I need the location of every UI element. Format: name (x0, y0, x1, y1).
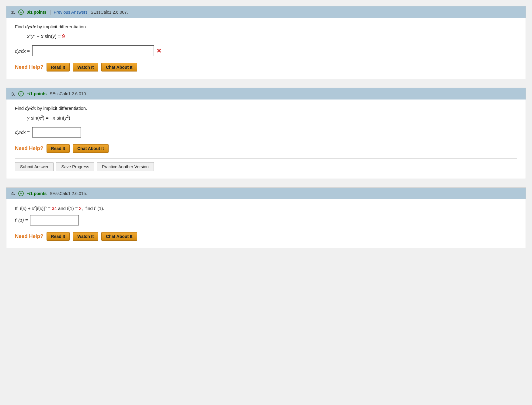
problem-2-watch-it-btn[interactable]: Watch It (73, 63, 98, 72)
plus-icon-4: + (18, 191, 24, 196)
problem-4-need-help-label: Need Help? (15, 233, 43, 239)
problem-2-input[interactable] (32, 45, 154, 56)
problem-3-header: 3. + −/1 points SEssCalc1 2.6.010. (6, 88, 526, 100)
problem-3-submit-btn[interactable]: Submit Answer (15, 162, 54, 171)
problem-2-header: 2. + 0/1 points | Previous Answers SEssC… (6, 6, 526, 18)
problem-2-equation: x2y2 + x sin(y) = 9 (27, 33, 517, 39)
problem-2-number: 2. (11, 10, 15, 15)
problem-3-answer-row: dy/dx = (15, 127, 517, 138)
problem-3-instruction: Find dy/dx by implicit differentiation. (15, 106, 517, 111)
problem-4: 4. + −/1 points SEssCalc1 2.6.015. If f(… (6, 187, 526, 248)
problem-3-chat-about-btn[interactable]: Chat About It (73, 144, 108, 153)
problem-3-read-it-btn[interactable]: Read It (47, 144, 70, 153)
problem-3-points: −/1 points (27, 91, 47, 96)
problem-3: 3. + −/1 points SEssCalc1 2.6.010. Find … (6, 88, 526, 179)
problem-2-instruction: Find dy/dx by implicit differentiation. (15, 24, 517, 29)
problem-4-id: SEssCalc1 2.6.015. (50, 191, 87, 196)
problem-4-input[interactable] (30, 215, 79, 225)
problem-3-id: SEssCalc1 2.6.010. (50, 91, 87, 96)
problem-2-points: 0/1 points (27, 10, 47, 15)
problem-4-answer-row: f ′(1) = (15, 215, 517, 225)
problem-4-answer-label: f ′(1) = (15, 218, 28, 223)
problem-3-equation: y sin(x2) = −x sin(y2) (27, 115, 517, 121)
problem-3-answer-label: dy/dx = (15, 130, 30, 135)
problem-2-read-it-btn[interactable]: Read It (47, 63, 70, 72)
problem-4-instruction: If f(x) + x2[f(x)]5 = 34 and f(1) = 2, f… (15, 205, 517, 211)
problem-2-answer-row: dy/dx = ✕ (15, 45, 517, 56)
problem-3-practice-btn[interactable]: Practice Another Version (97, 162, 154, 171)
problem-4-watch-it-btn[interactable]: Watch It (73, 232, 98, 241)
problem-2-id: SEssCalc1 2.6.007. (91, 10, 128, 15)
problem-3-need-help-label: Need Help? (15, 145, 43, 152)
problem-2: 2. + 0/1 points | Previous Answers SEssC… (6, 6, 526, 79)
problem-3-number: 3. (11, 91, 15, 96)
plus-icon-3: + (18, 91, 24, 96)
problem-2-chat-about-btn[interactable]: Chat About It (101, 63, 137, 72)
problem-4-number: 4. (11, 191, 15, 196)
problem-4-header: 4. + −/1 points SEssCalc1 2.6.015. (6, 188, 526, 199)
problem-3-action-buttons: Submit Answer Save Progress Practice Ano… (15, 158, 517, 171)
problem-4-need-help: Need Help? Read It Watch It Chat About I… (15, 232, 517, 241)
problem-3-input[interactable] (32, 127, 81, 138)
problem-3-need-help: Need Help? Read It Chat About It (15, 144, 517, 153)
problem-2-x-mark: ✕ (156, 47, 162, 54)
problem-3-body: Find dy/dx by implicit differentiation. … (6, 100, 526, 178)
problem-2-prev-answers[interactable]: Previous Answers (54, 10, 88, 15)
plus-icon-2: + (18, 9, 24, 15)
problem-2-body: Find dy/dx by implicit differentiation. … (6, 18, 526, 79)
problem-4-points: −/1 points (27, 191, 47, 196)
problem-4-chat-about-btn[interactable]: Chat About It (101, 232, 137, 241)
problem-4-read-it-btn[interactable]: Read It (47, 232, 70, 241)
problem-2-answer-label: dy/dx = (15, 48, 30, 54)
problem-4-body: If f(x) + x2[f(x)]5 = 34 and f(1) = 2, f… (6, 199, 526, 248)
problem-2-need-help: Need Help? Read It Watch It Chat About I… (15, 63, 517, 72)
problem-3-save-btn[interactable]: Save Progress (56, 162, 94, 171)
problem-2-need-help-label: Need Help? (15, 64, 43, 70)
